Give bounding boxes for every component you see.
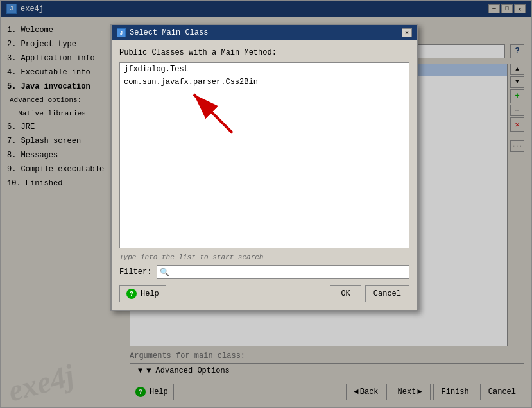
modal-ok-button[interactable]: OK bbox=[330, 285, 361, 302]
class-list[interactable]: jfxdialog.Test com.sun.javafx.parser.Css… bbox=[119, 62, 409, 248]
modal-overlay: J Select Main Class ✕ Public Classes wit… bbox=[1, 1, 531, 407]
class-item-jfxdialog[interactable]: jfxdialog.Test bbox=[120, 63, 409, 76]
filter-row: Filter: bbox=[119, 265, 409, 279]
modal-subtitle: Public Classes with a Main Method: bbox=[119, 48, 409, 57]
filter-label: Filter: bbox=[119, 268, 151, 276]
search-hint: Type into the list to start search bbox=[119, 253, 409, 261]
filter-input[interactable] bbox=[157, 265, 409, 279]
modal-help-circle-icon: ? bbox=[126, 289, 137, 299]
modal-buttons: ? Help OK Cancel bbox=[119, 285, 409, 302]
modal-app-icon: J bbox=[117, 28, 126, 37]
class-item-css2bin[interactable]: com.sun.javafx.parser.Css2Bin bbox=[120, 76, 409, 89]
modal-title-bar: J Select Main Class ✕ bbox=[112, 25, 417, 40]
modal-content: Public Classes with a Main Method: jfxdi… bbox=[112, 40, 417, 310]
modal-help-button[interactable]: ? Help bbox=[119, 285, 166, 302]
modal-close-button[interactable]: ✕ bbox=[402, 28, 412, 37]
modal-title-left: J Select Main Class bbox=[117, 28, 208, 37]
main-window: J exe4j ─ □ ✕ 1. Welcome 2. Project type… bbox=[0, 0, 532, 408]
select-main-class-dialog: J Select Main Class ✕ Public Classes wit… bbox=[110, 24, 418, 311]
modal-title: Select Main Class bbox=[130, 28, 208, 37]
modal-cancel-button[interactable]: Cancel bbox=[365, 285, 409, 302]
